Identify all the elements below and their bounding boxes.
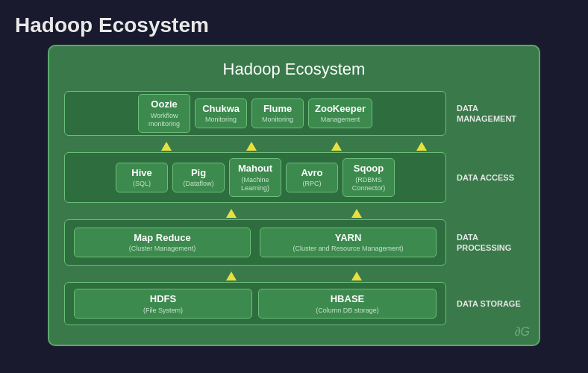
page-background: Hadoop Ecosystem Hadoop Ecosystem Oozie … <box>0 0 588 373</box>
mapreduce-sub: (Cluster Management) <box>129 245 196 253</box>
pig-component: Pig (Dataflow) <box>172 163 225 192</box>
hdfs-name: HDFS <box>150 293 176 305</box>
yarn-component: YARN (Cluster and Resource Management) <box>260 228 437 257</box>
hbase-component: HBASE (Column DB storage) <box>258 289 437 319</box>
zookeeper-name: ZooKeeper <box>315 103 366 115</box>
oozie-component: Oozie Workflowmonitoring <box>138 94 190 132</box>
avro-sub: (RPC) <box>303 180 322 188</box>
data-storage-box: HDFS (File System) HBASE (Column DB stor… <box>64 282 446 325</box>
arrows-row-2 <box>64 209 524 218</box>
watermark: ∂G <box>515 325 530 339</box>
flume-component: Flume Monitoring <box>251 98 304 128</box>
zookeeper-sub: Management <box>321 116 360 124</box>
data-management-label: DATAMANAGEMENT <box>457 103 524 125</box>
arrow-up-2 <box>246 142 257 151</box>
chukwa-sub: Monitoring <box>205 116 237 124</box>
hdfs-sub: (File System) <box>143 307 183 315</box>
mahout-sub: (MachineLearning) <box>241 176 269 192</box>
arrows-row-1 <box>64 142 524 151</box>
hdfs-component: HDFS (File System) <box>74 289 252 319</box>
diagram-container: Hadoop Ecosystem Oozie Workflowmonitorin… <box>48 45 540 346</box>
flume-sub: Monitoring <box>262 116 293 124</box>
mahout-component: Mahout (MachineLearning) <box>229 158 281 196</box>
oozie-sub: Workflowmonitoring <box>148 112 180 128</box>
oozie-name: Oozie <box>151 98 177 110</box>
data-processing-row: Map Reduce (Cluster Management) YARN (Cl… <box>64 219 524 266</box>
hive-sub: (SQL) <box>133 180 151 188</box>
mapreduce-name: Map Reduce <box>134 232 191 244</box>
arrow-up-7 <box>226 272 237 280</box>
data-access-label: DATA ACCESS <box>457 172 524 183</box>
arrow-up-4 <box>416 142 427 151</box>
data-access-box: Hive (SQL) Pig (Dataflow) Mahout (Machin… <box>64 152 446 203</box>
hive-component: Hive (SQL) <box>116 163 168 192</box>
chukwa-name: Chukwa <box>202 103 240 115</box>
arrow-up-6 <box>351 209 362 218</box>
mapreduce-component: Map Reduce (Cluster Management) <box>74 228 251 257</box>
avro-name: Avro <box>301 167 322 179</box>
arrow-up-3 <box>331 142 342 151</box>
yarn-sub: (Cluster and Resource Management) <box>293 245 403 253</box>
zookeeper-component: ZooKeeper Management <box>308 98 372 128</box>
arrows-row-3 <box>64 272 524 280</box>
data-storage-row: HDFS (File System) HBASE (Column DB stor… <box>64 282 524 325</box>
pig-name: Pig <box>191 167 206 179</box>
hbase-sub: (Column DB storage) <box>316 307 379 315</box>
chukwa-component: Chukwa Monitoring <box>195 98 247 128</box>
data-management-box: Oozie Workflowmonitoring Chukwa Monitori… <box>64 91 446 136</box>
sqoop-name: Sqoop <box>354 163 384 175</box>
sqoop-sub: (RDBMSConnector) <box>352 176 386 192</box>
data-access-row: Hive (SQL) Pig (Dataflow) Mahout (Machin… <box>64 152 524 203</box>
arrow-up-1 <box>161 142 172 151</box>
data-processing-box: Map Reduce (Cluster Management) YARN (Cl… <box>64 219 446 266</box>
diagram-title: Hadoop Ecosystem <box>64 60 524 79</box>
arrow-up-8 <box>351 272 362 280</box>
yarn-name: YARN <box>335 232 362 244</box>
data-storage-label: DATA STORAGE <box>457 298 524 309</box>
hive-name: Hive <box>131 167 151 179</box>
avro-component: Avro (RPC) <box>286 163 338 192</box>
mahout-name: Mahout <box>238 163 272 175</box>
flume-name: Flume <box>263 103 292 115</box>
page-title: Hadoop Ecosystem <box>0 0 588 45</box>
data-management-row: Oozie Workflowmonitoring Chukwa Monitori… <box>64 91 524 136</box>
arrow-up-5 <box>226 209 237 218</box>
sqoop-component: Sqoop (RDBMSConnector) <box>343 158 395 196</box>
data-processing-label: DATAPROCESSING <box>457 232 524 254</box>
pig-sub: (Dataflow) <box>183 180 213 188</box>
hbase-name: HBASE <box>331 293 365 305</box>
